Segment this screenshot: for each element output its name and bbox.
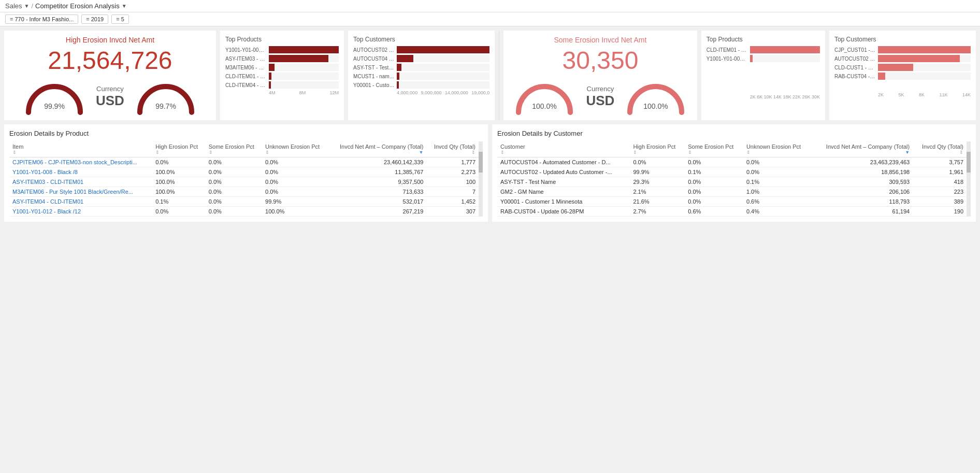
col-high-c-label: High Erosion Pct: [633, 144, 675, 150]
erosion-product-scroll[interactable]: Item ⇕ High Erosion Pct ⇕: [9, 141, 479, 217]
cell-some: 0.0%: [206, 207, 262, 217]
col-high-c-sort[interactable]: ⇕: [633, 150, 637, 155]
col-amt-c-sort[interactable]: ▼: [905, 150, 910, 155]
table-header-row: Item ⇕ High Erosion Pct ⇕: [9, 141, 479, 157]
col-some-sort[interactable]: ⇕: [209, 150, 213, 155]
cell-item: M3AITEM06 - Pur Style 1001 Black/Green/R…: [9, 187, 152, 197]
bar-label: CLD-ITEM04 - CL...: [225, 82, 267, 88]
bar-row: MCUST1 - name ...: [353, 73, 489, 80]
left-gauge1-svg: 99.9%: [23, 79, 85, 115]
col-customer-label: Customer: [500, 144, 525, 150]
cell-item: ASY-ITEM04 - CLD-ITEM01: [9, 197, 152, 207]
product-scrollbar-thumb[interactable]: [479, 152, 483, 173]
col-unknown-c-label: Unknown Erosion Pct: [746, 144, 801, 150]
col-amt-c: Invcd Net Amt – Company (Total) ▼: [812, 141, 913, 157]
bar-row: AUTOCUST02 - U...: [353, 46, 489, 53]
cell-some: 0.0%: [206, 167, 262, 177]
bar-fill: [750, 55, 753, 62]
col-amt-c-inner: Invcd Net Amt – Company (Total) ▼: [815, 144, 910, 155]
bar-fill: [397, 55, 413, 62]
cell-high: 99.9%: [630, 167, 685, 177]
col-some-c-sort[interactable]: ⇕: [688, 150, 692, 155]
bar-fill: [269, 46, 339, 53]
bar-fill: [878, 46, 971, 53]
item-link[interactable]: CJPITEM06 - CJP-ITEM03-non stock_Descrip…: [12, 159, 137, 165]
bar-fill: [269, 81, 271, 89]
customer-scrollbar-thumb[interactable]: [967, 152, 971, 173]
cell-qty: 1,452: [426, 197, 479, 207]
cell-customer: ASY-TST - Test Name: [497, 177, 630, 187]
left-kpi-value: 21,564,726: [9, 46, 211, 75]
cell-qty: 7: [426, 187, 479, 197]
col-customer-sort[interactable]: ⇕: [500, 150, 505, 155]
left-top-customers-card: Top Customers AUTOCUST02 - U... AUTOCUST…: [348, 31, 495, 120]
item-link[interactable]: Y1001-Y01-008 - Black /8: [12, 169, 78, 175]
cell-high: 0.1%: [152, 197, 206, 207]
left-kpi-section: High Erosion Invcd Net Amt 21,564,726 99…: [4, 31, 216, 120]
col-qty-c: Invcd Qty (Total) ⇕: [913, 141, 967, 157]
center-divider: [499, 31, 499, 120]
right-products-x-axis: 2K6K10K14K18K22K26K30K: [707, 94, 820, 99]
cell-qty: 190: [913, 207, 967, 217]
col-amt-sort[interactable]: ▼: [419, 150, 423, 155]
filter-company[interactable]: = 770 - Infor M3 Fashio...: [5, 15, 78, 24]
cell-high: 2.1%: [630, 187, 685, 197]
col-qty-c-label: Invcd Qty (Total): [922, 144, 963, 150]
erosion-customer-title: Erosion Details by Customer: [497, 130, 971, 137]
filter-year[interactable]: = 2019: [81, 15, 108, 24]
item-link[interactable]: ASY-ITEM03 - CLD-ITEM01: [12, 179, 83, 185]
erosion-customer-scroll[interactable]: Customer ⇕ High Erosion Pct ⇕: [497, 141, 967, 217]
filter-value[interactable]: = 5: [111, 15, 129, 24]
cell-qty: 418: [913, 177, 967, 187]
bar-row: M3AITEM06 - Pur...: [225, 64, 339, 71]
bar-fill: [878, 73, 885, 80]
cell-high: 0.0%: [152, 157, 206, 167]
cell-some: 0.1%: [685, 167, 743, 177]
col-amt-label: Invcd Net Amt – Company (Total): [340, 144, 423, 150]
col-unknown-sort[interactable]: ⇕: [265, 150, 269, 155]
item-link[interactable]: M3AITEM06 - Pur Style 1001 Black/Green/R…: [12, 189, 133, 195]
bar-label: CJP_CUST01 - CJP...: [834, 47, 876, 53]
bar-row: CJP_CUST01 - CJP...: [834, 46, 971, 53]
bar-label: CLD-CUST1 - CLD-...: [834, 65, 876, 70]
cell-high: 21.6%: [630, 197, 685, 207]
right-gauge1: 100.0%: [513, 79, 575, 115]
right-top-customers-chart: CJP_CUST01 - CJP... AUTOCUST02 - U... CL…: [834, 46, 971, 97]
breadcrumb-sales[interactable]: Sales: [5, 2, 22, 10]
item-link[interactable]: Y1001-Y01-012 - Black /12: [12, 208, 81, 214]
col-qty-inner: Invcd Qty (Total) ⇕: [429, 144, 475, 155]
col-some-c-inner: Some Erosion Pct ⇕: [688, 144, 740, 155]
left-gauge1: 99.9%: [23, 79, 85, 115]
item-link[interactable]: ASY-ITEM04 - CLD-ITEM01: [12, 198, 83, 205]
cell-customer: GM2 - GM Name: [497, 187, 630, 197]
right-top-products-chart: CLD-ITEM01 - CL... Y1001-Y01-008 -... 2K…: [707, 46, 820, 99]
cell-some: 0.6%: [685, 207, 743, 217]
cell-unknown: 0.0%: [262, 187, 328, 197]
bar-track: [269, 64, 339, 71]
col-unknown-c-sort[interactable]: ⇕: [746, 150, 751, 155]
product-table-scrollbar[interactable]: [479, 141, 483, 217]
cell-amt: 61,194: [812, 207, 913, 217]
col-some-c-label: Some Erosion Pct: [688, 144, 733, 150]
cell-qty: 2,273: [426, 167, 479, 177]
erosion-customer-table: Customer ⇕ High Erosion Pct ⇕: [497, 141, 967, 217]
right-kpi-value: 30,350: [509, 46, 692, 75]
left-currency-label: Currency: [96, 85, 124, 93]
col-high-c: High Erosion Pct ⇕: [630, 141, 685, 157]
main-content: High Erosion Invcd Net Amt 21,564,726 99…: [0, 26, 980, 226]
cell-some: 0.0%: [685, 157, 743, 167]
table-row: AUTOCUST04 - Automated Customer - D... 0…: [497, 157, 967, 167]
col-high-c-inner: High Erosion Pct ⇕: [633, 144, 682, 155]
cell-high: 2.7%: [630, 207, 685, 217]
col-qty-c-sort[interactable]: ⇕: [959, 150, 963, 155]
bar-label: ASY-TST - Test Na...: [353, 65, 395, 70]
cell-amt: 23,460,142,339: [328, 157, 426, 167]
col-high-inner: High Erosion Pct ⇕: [155, 144, 203, 155]
col-item-sort[interactable]: ⇕: [12, 150, 17, 155]
col-qty-sort[interactable]: ⇕: [471, 150, 475, 155]
table-row: ASY-TST - Test Name 29.3% 0.0% 0.1% 309,…: [497, 177, 967, 187]
cell-item: CJPITEM06 - CJP-ITEM03-non stock_Descrip…: [9, 157, 152, 167]
col-unknown-label: Unknown Erosion Pct: [265, 144, 320, 150]
col-high-sort[interactable]: ⇕: [155, 150, 160, 155]
customer-table-scrollbar[interactable]: [967, 141, 971, 217]
